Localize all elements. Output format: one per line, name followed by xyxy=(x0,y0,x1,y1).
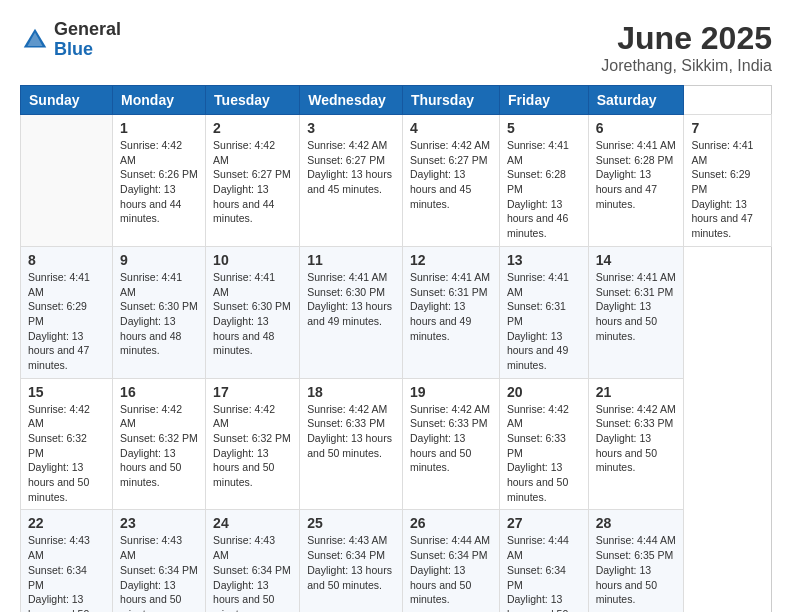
col-saturday: Saturday xyxy=(588,86,684,115)
day-number: 17 xyxy=(213,384,292,400)
day-info: Sunrise: 4:41 AM Sunset: 6:30 PM Dayligh… xyxy=(307,270,395,329)
day-info: Sunrise: 4:41 AM Sunset: 6:29 PM Dayligh… xyxy=(691,138,764,241)
day-number: 8 xyxy=(28,252,105,268)
day-info: Sunrise: 4:42 AM Sunset: 6:33 PM Dayligh… xyxy=(596,402,677,475)
day-number: 24 xyxy=(213,515,292,531)
logo: General Blue xyxy=(20,20,121,60)
day-number: 19 xyxy=(410,384,492,400)
calendar-cell: 15 Sunrise: 4:42 AM Sunset: 6:32 PM Dayl… xyxy=(21,378,113,510)
calendar-cell: 18 Sunrise: 4:42 AM Sunset: 6:33 PM Dayl… xyxy=(300,378,403,510)
calendar-week-1: 1 Sunrise: 4:42 AM Sunset: 6:26 PM Dayli… xyxy=(21,115,772,247)
logo-icon xyxy=(20,25,50,55)
day-number: 11 xyxy=(307,252,395,268)
calendar-cell: 10 Sunrise: 4:41 AM Sunset: 6:30 PM Dayl… xyxy=(206,246,300,378)
calendar-table: Sunday Monday Tuesday Wednesday Thursday… xyxy=(20,85,772,612)
col-wednesday: Wednesday xyxy=(300,86,403,115)
calendar-cell xyxy=(21,115,113,247)
calendar-cell: 26 Sunrise: 4:44 AM Sunset: 6:34 PM Dayl… xyxy=(402,510,499,612)
day-number: 1 xyxy=(120,120,198,136)
calendar-cell: 13 Sunrise: 4:41 AM Sunset: 6:31 PM Dayl… xyxy=(499,246,588,378)
day-info: Sunrise: 4:42 AM Sunset: 6:27 PM Dayligh… xyxy=(410,138,492,211)
day-info: Sunrise: 4:41 AM Sunset: 6:30 PM Dayligh… xyxy=(120,270,198,358)
day-info: Sunrise: 4:43 AM Sunset: 6:34 PM Dayligh… xyxy=(213,533,292,612)
day-number: 21 xyxy=(596,384,677,400)
calendar-cell: 6 Sunrise: 4:41 AM Sunset: 6:28 PM Dayli… xyxy=(588,115,684,247)
calendar-cell: 9 Sunrise: 4:41 AM Sunset: 6:30 PM Dayli… xyxy=(113,246,206,378)
calendar-cell: 28 Sunrise: 4:44 AM Sunset: 6:35 PM Dayl… xyxy=(588,510,684,612)
calendar-cell: 22 Sunrise: 4:43 AM Sunset: 6:34 PM Dayl… xyxy=(21,510,113,612)
day-number: 10 xyxy=(213,252,292,268)
day-number: 20 xyxy=(507,384,581,400)
day-info: Sunrise: 4:42 AM Sunset: 6:33 PM Dayligh… xyxy=(410,402,492,475)
day-number: 5 xyxy=(507,120,581,136)
day-info: Sunrise: 4:42 AM Sunset: 6:27 PM Dayligh… xyxy=(213,138,292,226)
col-tuesday: Tuesday xyxy=(206,86,300,115)
calendar-cell: 19 Sunrise: 4:42 AM Sunset: 6:33 PM Dayl… xyxy=(402,378,499,510)
day-number: 13 xyxy=(507,252,581,268)
logo-general: General xyxy=(54,20,121,40)
day-info: Sunrise: 4:42 AM Sunset: 6:32 PM Dayligh… xyxy=(28,402,105,505)
calendar-cell: 17 Sunrise: 4:42 AM Sunset: 6:32 PM Dayl… xyxy=(206,378,300,510)
day-number: 27 xyxy=(507,515,581,531)
calendar-cell: 21 Sunrise: 4:42 AM Sunset: 6:33 PM Dayl… xyxy=(588,378,684,510)
col-monday: Monday xyxy=(113,86,206,115)
day-info: Sunrise: 4:44 AM Sunset: 6:35 PM Dayligh… xyxy=(596,533,677,606)
day-number: 2 xyxy=(213,120,292,136)
day-info: Sunrise: 4:42 AM Sunset: 6:32 PM Dayligh… xyxy=(120,402,198,490)
month-title: June 2025 xyxy=(601,20,772,57)
calendar-cell: 25 Sunrise: 4:43 AM Sunset: 6:34 PM Dayl… xyxy=(300,510,403,612)
logo-blue: Blue xyxy=(54,40,121,60)
day-number: 9 xyxy=(120,252,198,268)
calendar-cell: 8 Sunrise: 4:41 AM Sunset: 6:29 PM Dayli… xyxy=(21,246,113,378)
day-number: 14 xyxy=(596,252,677,268)
col-friday: Friday xyxy=(499,86,588,115)
day-info: Sunrise: 4:41 AM Sunset: 6:28 PM Dayligh… xyxy=(596,138,677,211)
calendar-cell: 7 Sunrise: 4:41 AM Sunset: 6:29 PM Dayli… xyxy=(684,115,772,247)
calendar-cell: 27 Sunrise: 4:44 AM Sunset: 6:34 PM Dayl… xyxy=(499,510,588,612)
logo-text: General Blue xyxy=(54,20,121,60)
day-info: Sunrise: 4:43 AM Sunset: 6:34 PM Dayligh… xyxy=(120,533,198,612)
day-info: Sunrise: 4:41 AM Sunset: 6:29 PM Dayligh… xyxy=(28,270,105,373)
calendar-cell: 2 Sunrise: 4:42 AM Sunset: 6:27 PM Dayli… xyxy=(206,115,300,247)
calendar-cell: 3 Sunrise: 4:42 AM Sunset: 6:27 PM Dayli… xyxy=(300,115,403,247)
page-header: General Blue June 2025 Jorethang, Sikkim… xyxy=(20,20,772,75)
day-info: Sunrise: 4:41 AM Sunset: 6:28 PM Dayligh… xyxy=(507,138,581,241)
day-info: Sunrise: 4:41 AM Sunset: 6:31 PM Dayligh… xyxy=(507,270,581,373)
day-info: Sunrise: 4:41 AM Sunset: 6:31 PM Dayligh… xyxy=(410,270,492,343)
day-number: 12 xyxy=(410,252,492,268)
day-number: 16 xyxy=(120,384,198,400)
calendar-cell: 11 Sunrise: 4:41 AM Sunset: 6:30 PM Dayl… xyxy=(300,246,403,378)
calendar-header-row: Sunday Monday Tuesday Wednesday Thursday… xyxy=(21,86,772,115)
calendar-cell: 23 Sunrise: 4:43 AM Sunset: 6:34 PM Dayl… xyxy=(113,510,206,612)
day-number: 6 xyxy=(596,120,677,136)
day-number: 15 xyxy=(28,384,105,400)
col-sunday: Sunday xyxy=(21,86,113,115)
day-info: Sunrise: 4:44 AM Sunset: 6:34 PM Dayligh… xyxy=(410,533,492,606)
calendar-week-2: 8 Sunrise: 4:41 AM Sunset: 6:29 PM Dayli… xyxy=(21,246,772,378)
title-area: June 2025 Jorethang, Sikkim, India xyxy=(601,20,772,75)
day-info: Sunrise: 4:41 AM Sunset: 6:30 PM Dayligh… xyxy=(213,270,292,358)
day-number: 7 xyxy=(691,120,764,136)
day-info: Sunrise: 4:42 AM Sunset: 6:27 PM Dayligh… xyxy=(307,138,395,197)
day-number: 28 xyxy=(596,515,677,531)
calendar-cell: 14 Sunrise: 4:41 AM Sunset: 6:31 PM Dayl… xyxy=(588,246,684,378)
day-info: Sunrise: 4:42 AM Sunset: 6:33 PM Dayligh… xyxy=(507,402,581,505)
day-number: 22 xyxy=(28,515,105,531)
day-info: Sunrise: 4:43 AM Sunset: 6:34 PM Dayligh… xyxy=(28,533,105,612)
calendar-week-4: 22 Sunrise: 4:43 AM Sunset: 6:34 PM Dayl… xyxy=(21,510,772,612)
day-info: Sunrise: 4:42 AM Sunset: 6:32 PM Dayligh… xyxy=(213,402,292,490)
calendar-cell: 5 Sunrise: 4:41 AM Sunset: 6:28 PM Dayli… xyxy=(499,115,588,247)
day-info: Sunrise: 4:42 AM Sunset: 6:33 PM Dayligh… xyxy=(307,402,395,461)
calendar-cell: 16 Sunrise: 4:42 AM Sunset: 6:32 PM Dayl… xyxy=(113,378,206,510)
day-number: 3 xyxy=(307,120,395,136)
day-number: 4 xyxy=(410,120,492,136)
day-info: Sunrise: 4:44 AM Sunset: 6:34 PM Dayligh… xyxy=(507,533,581,612)
day-number: 23 xyxy=(120,515,198,531)
day-number: 18 xyxy=(307,384,395,400)
location-title: Jorethang, Sikkim, India xyxy=(601,57,772,75)
day-number: 26 xyxy=(410,515,492,531)
calendar-cell: 1 Sunrise: 4:42 AM Sunset: 6:26 PM Dayli… xyxy=(113,115,206,247)
col-thursday: Thursday xyxy=(402,86,499,115)
calendar-cell: 4 Sunrise: 4:42 AM Sunset: 6:27 PM Dayli… xyxy=(402,115,499,247)
calendar-week-3: 15 Sunrise: 4:42 AM Sunset: 6:32 PM Dayl… xyxy=(21,378,772,510)
